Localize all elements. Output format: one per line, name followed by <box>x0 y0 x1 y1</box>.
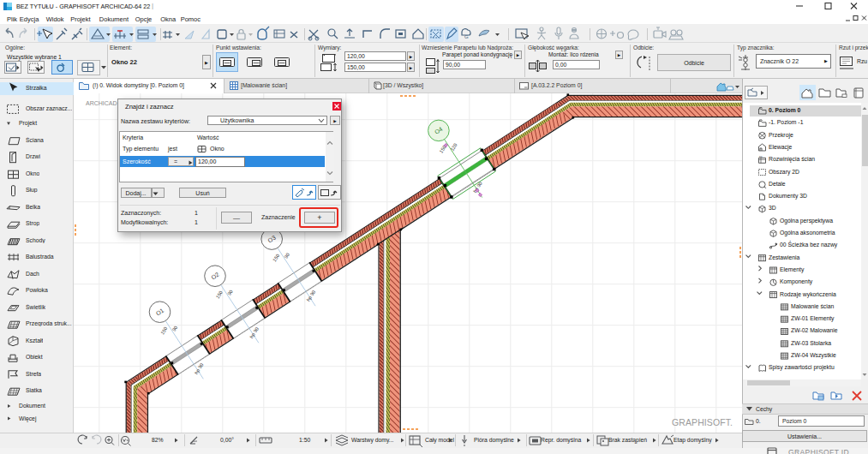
svg-text:GRAPHISOFT.: GRAPHISOFT. <box>672 417 733 427</box>
svg-text:ARCHICAD: ARCHICAD <box>86 100 117 106</box>
svg-text:no: no <box>759 155 763 158</box>
svg-text:G: G <box>464 34 469 39</box>
